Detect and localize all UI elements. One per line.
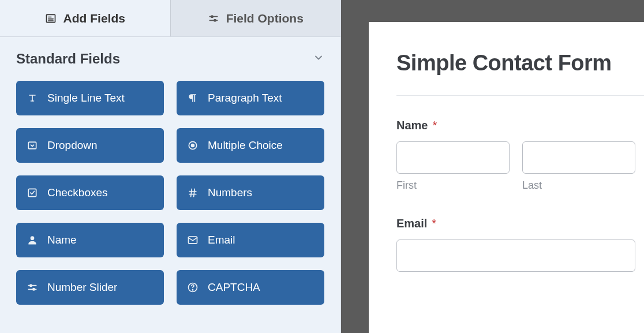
section-header-standard-fields[interactable]: Standard Fields [0,37,340,75]
field-label: Email [208,234,235,246]
svg-line-17 [191,189,192,196]
svg-rect-14 [28,189,36,196]
dropdown-icon [27,140,38,151]
last-name-group: Last [522,141,635,192]
svg-point-13 [192,144,194,147]
field-paragraph-text[interactable]: Paragraph Text [177,81,324,115]
field-label: Single Line Text [47,92,125,104]
tab-label: Add Fields [63,12,125,25]
field-label: Name [47,234,77,246]
svg-point-7 [214,19,215,21]
email-icon [187,234,199,246]
svg-point-26 [192,290,193,290]
form-paper: Simple Contact Form Name * First Last Em… [369,22,644,333]
checkbox-icon [27,187,38,199]
form-icon [45,13,57,24]
svg-point-19 [31,236,35,240]
svg-line-18 [194,189,195,196]
field-captcha[interactable]: CAPTCHA [177,270,324,305]
radio-icon [187,140,199,151]
field-label: Checkboxes [47,186,108,199]
field-multiple-choice[interactable]: Multiple Choice [177,128,324,163]
sidebar-tabs: Add Fields Field Options [0,0,340,36]
tab-add-fields[interactable]: Add Fields [0,0,170,36]
form-canvas: Simple Contact Form Name * First Last Em… [341,0,644,333]
first-name-input[interactable] [396,141,510,174]
fields-sidebar: Add Fields Field Options Standard Fields… [0,0,341,333]
field-dropdown[interactable]: Dropdown [16,128,164,163]
question-icon [187,282,199,293]
email-input[interactable] [396,240,635,272]
svg-point-22 [30,285,32,286]
field-label: Numbers [208,186,252,199]
field-label: CAPTCHA [208,281,260,294]
required-mark: * [432,217,436,230]
tab-field-options[interactable]: Field Options [171,0,341,36]
label-text: Name [396,119,428,132]
title-hr [396,95,644,96]
chevron-down-icon [313,52,324,66]
last-sublabel: Last [522,179,635,192]
paragraph-icon [187,92,199,104]
app-root: Add Fields Field Options Standard Fields… [0,0,644,333]
field-checkboxes[interactable]: Checkboxes [16,175,164,210]
field-email[interactable]: Email [177,223,324,257]
first-sublabel: First [396,179,510,192]
required-mark: * [432,119,437,132]
field-grid: Single Line Text Paragraph Text Dropdown… [0,75,340,321]
form-title: Simple Contact Form [396,51,644,76]
svg-point-5 [211,16,212,17]
sliders-icon [27,282,38,293]
name-field-label: Name * [396,119,644,132]
person-icon [27,234,38,246]
email-field-label: Email * [396,217,644,230]
field-name[interactable]: Name [16,223,164,257]
field-label: Multiple Choice [208,139,283,152]
field-numbers[interactable]: Numbers [177,175,324,210]
last-name-input[interactable] [522,141,635,174]
name-inputs-row: First Last [396,141,644,192]
sliders-icon [208,13,219,24]
field-label: Number Slider [47,281,117,294]
svg-rect-11 [28,142,36,149]
first-name-group: First [396,141,510,192]
field-label: Dropdown [47,139,98,152]
svg-point-24 [33,289,35,290]
text-icon [27,92,38,104]
label-text: Email [396,217,427,230]
tab-label: Field Options [226,12,304,25]
field-number-slider[interactable]: Number Slider [16,270,164,305]
field-label: Paragraph Text [208,92,282,104]
hash-icon [187,187,199,199]
field-single-line-text[interactable]: Single Line Text [16,81,164,115]
section-title: Standard Fields [16,51,120,67]
